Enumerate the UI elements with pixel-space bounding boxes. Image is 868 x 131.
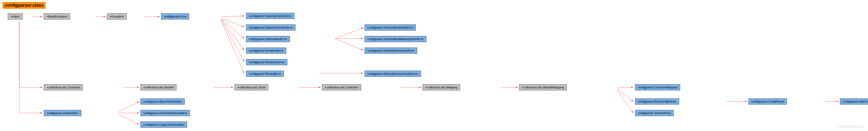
node-interpolation[interactable]: configparser.Interpolation — [44, 110, 82, 116]
svg-line-11 — [335, 39, 363, 50]
node-exception[interactable]: +Exception — [107, 13, 127, 19]
node-object[interactable]: +object — [8, 13, 23, 19]
node-parsingerror[interactable]: configparser.ParsingError — [246, 71, 284, 77]
diagram-canvas: configparser-class — [0, 0, 868, 131]
node-interpolationmissingoptionerror[interactable]: configparser.InterpolationMissingOptionE… — [365, 36, 426, 42]
edge-layer — [0, 0, 868, 131]
node-configparser[interactable]: configparser.ConfigParser — [748, 98, 787, 104]
svg-line-3 — [222, 16, 244, 17]
node-interpolationdeptherror[interactable]: configparser.InterpolationDepthError — [365, 25, 416, 31]
svg-line-5 — [222, 19, 244, 39]
svg-line-25 — [119, 114, 139, 125]
node-legacyinterpolation[interactable]: configparser.LegacyInterpolation — [141, 122, 187, 128]
svg-line-9 — [335, 28, 363, 39]
node-interpolationsyntaxerror[interactable]: configparser.InterpolationSyntaxError — [365, 47, 417, 54]
node-duplicatesectionerror[interactable]: configparser.DuplicateSectionError — [246, 25, 296, 31]
node-safeconfigparser[interactable]: configparser.SafeConfigParser — [840, 98, 868, 104]
node-configparser-error[interactable]: configparser.Error — [161, 13, 189, 19]
node-duplicateoptionerror[interactable]: configparser.DuplicateOptionError — [246, 13, 294, 19]
svg-line-4 — [222, 18, 244, 27]
node-interpolationerror[interactable]: configparser.InterpolationError — [246, 36, 290, 42]
svg-line-19 — [617, 89, 633, 101]
svg-line-20 — [617, 90, 633, 113]
node-basicinterpolation[interactable]: configparser.BasicInterpolation — [141, 98, 185, 104]
svg-line-7 — [222, 20, 244, 62]
node-convertermapping[interactable]: configparser.ConverterMapping — [635, 84, 680, 90]
node-abc-sized[interactable]: +collections.abc.Sized — [235, 84, 268, 90]
node-abc-container[interactable]: +collections.abc.Container — [44, 84, 83, 90]
node-baseexception[interactable]: +BaseException — [44, 13, 70, 19]
node-abc-collection[interactable]: +collections.abc.Collection — [322, 84, 361, 90]
diagram-title: configparser-class — [3, 2, 45, 9]
node-rawconfigparser[interactable]: configparser.RawConfigParser — [635, 98, 679, 104]
node-abc-iterable[interactable]: +collections.abc.Iterable — [141, 84, 177, 90]
node-nooptionerror[interactable]: configparser.NoOptionError — [246, 47, 286, 54]
node-missingsectionheadererror[interactable]: configparser.MissingSectionHeaderError — [365, 71, 421, 77]
node-nosectionerror[interactable]: configparser.NoSectionError — [246, 59, 287, 65]
node-abc-mutablemapping[interactable]: +collections.abc.MutableMapping — [519, 84, 567, 90]
svg-line-23 — [119, 101, 139, 112]
node-sectionproxy[interactable]: configparser.SectionProxy — [635, 110, 674, 116]
node-abc-mapping[interactable]: +collections.abc.Mapping — [423, 84, 460, 90]
svg-line-6 — [222, 19, 244, 50]
watermark: CSDN @NinaoZhu — [837, 125, 863, 128]
node-extendedinterpolation[interactable]: configparser.ExtendedInterpolation — [141, 110, 190, 116]
svg-line-8 — [221, 20, 244, 73]
